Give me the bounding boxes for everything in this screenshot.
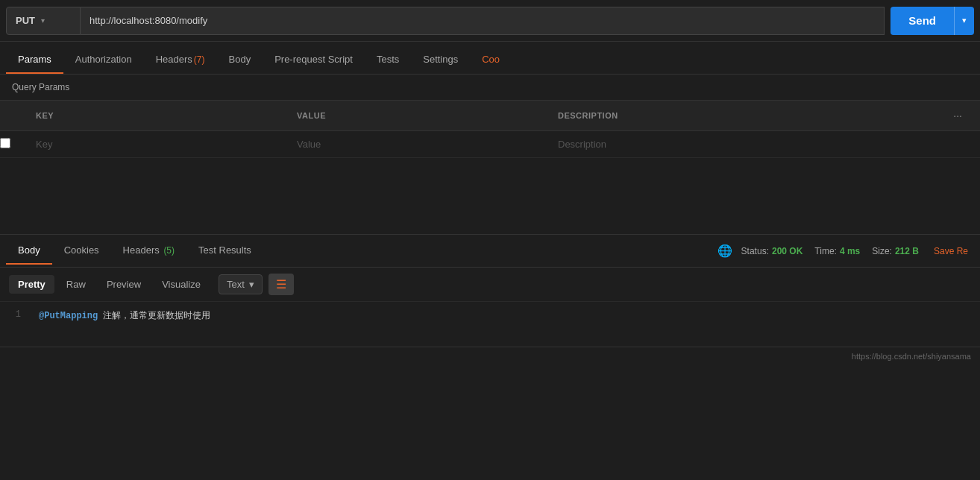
url-input[interactable] <box>89 15 875 26</box>
col-key-header: KEY <box>24 101 285 131</box>
col-checkbox-header <box>0 101 24 131</box>
tab-params[interactable]: Params <box>6 46 63 74</box>
bottom-url-bar: https://blog.csdn.net/shiyansama <box>0 347 980 365</box>
tab-authorization[interactable]: Authorization <box>63 46 144 74</box>
res-tab-cookies[interactable]: Cookies <box>52 237 111 265</box>
method-dropdown-arrow: ▾ <box>41 16 45 25</box>
col-actions-header: ··· <box>935 101 980 131</box>
status-label: Status: <box>741 246 769 256</box>
res-tab-headers[interactable]: Headers (5) <box>111 237 186 265</box>
tab-prerequest[interactable]: Pre-request Script <box>263 46 365 74</box>
send-btn-wrapper: Send ▾ <box>891 7 974 35</box>
url-input-wrapper <box>81 7 885 35</box>
pretty-button[interactable]: Pretty <box>9 275 54 294</box>
raw-button[interactable]: Raw <box>57 275 95 294</box>
code-content: @PutMapping 注解，通常更新数据时使用 <box>30 309 980 339</box>
tab-body[interactable]: Body <box>217 46 263 74</box>
wrap-button[interactable]: ☰ <box>268 274 294 295</box>
row-actions-cell <box>935 131 980 158</box>
tab-tests[interactable]: Tests <box>365 46 411 74</box>
code-comment-text: 注解，通常更新数据时使用 <box>103 311 210 321</box>
format-dropdown-label: Text <box>227 279 245 290</box>
size-value: 212 B <box>895 246 919 256</box>
send-button[interactable]: Send <box>891 7 954 35</box>
code-keyword: @PutMapping <box>39 311 98 321</box>
wrap-icon: ☰ <box>276 278 286 291</box>
headers-badge: (7) <box>194 54 205 65</box>
time-value: 4 ms <box>840 246 860 256</box>
request-section: Params Authorization Headers(7) Body Pre… <box>0 42 980 234</box>
status-value: 200 OK <box>772 246 802 256</box>
code-area: 1 @PutMapping 注解，通常更新数据时使用 <box>0 302 980 347</box>
method-dropdown[interactable]: PUT ▾ <box>6 7 81 35</box>
time-label: Time: <box>814 246 837 256</box>
top-bar: PUT ▾ Send ▾ <box>0 0 980 42</box>
send-dropdown-button[interactable]: ▾ <box>954 7 974 35</box>
response-tabs: Body Cookies Headers (5) Test Results 🌐 … <box>0 235 980 268</box>
save-response-button[interactable]: Save Re <box>934 246 968 256</box>
format-dropdown[interactable]: Text ▾ <box>219 274 263 294</box>
line-numbers: 1 <box>0 309 30 339</box>
tab-headers[interactable]: Headers(7) <box>144 46 217 74</box>
visualize-button[interactable]: Visualize <box>153 275 210 294</box>
res-tab-test-results[interactable]: Test Results <box>186 237 263 265</box>
params-table: KEY VALUE DESCRIPTION ··· Ke <box>0 100 980 158</box>
size-label: Size: <box>872 246 892 256</box>
tab-settings[interactable]: Settings <box>411 46 470 74</box>
response-status-area: 🌐 Status: 200 OK Time: 4 ms Size: 212 B … <box>717 244 974 258</box>
table-actions-button[interactable]: ··· <box>947 107 968 124</box>
app-container: PUT ▾ Send ▾ Params Authorization Header… <box>0 0 980 480</box>
globe-icon: 🌐 <box>717 244 732 258</box>
section-query-params: Query Params <box>0 75 980 100</box>
row-checkbox-cell <box>0 131 24 158</box>
preview-button[interactable]: Preview <box>98 275 150 294</box>
desc-cell[interactable]: Description <box>546 131 935 158</box>
res-tab-body[interactable]: Body <box>6 237 52 265</box>
table-row: Key Value Description <box>0 131 980 158</box>
request-tabs: Params Authorization Headers(7) Body Pre… <box>0 42 980 75</box>
col-value-header: VALUE <box>285 101 546 131</box>
method-label: PUT <box>16 15 35 26</box>
col-desc-header: DESCRIPTION <box>546 101 935 131</box>
res-headers-badge: (5) <box>163 245 175 256</box>
key-cell[interactable]: Key <box>24 131 285 158</box>
value-cell[interactable]: Value <box>285 131 546 158</box>
bottom-url-text: https://blog.csdn.net/shiyansama <box>852 352 971 361</box>
tab-overflow[interactable]: Coo <box>470 46 512 74</box>
body-toolbar: Pretty Raw Preview Visualize Text ▾ ☰ <box>0 268 980 302</box>
params-table-wrapper: KEY VALUE DESCRIPTION ··· Ke <box>0 100 980 234</box>
format-dropdown-arrow: ▾ <box>249 279 254 290</box>
row-checkbox[interactable] <box>0 138 10 148</box>
response-section: Body Cookies Headers (5) Test Results 🌐 … <box>0 235 980 480</box>
